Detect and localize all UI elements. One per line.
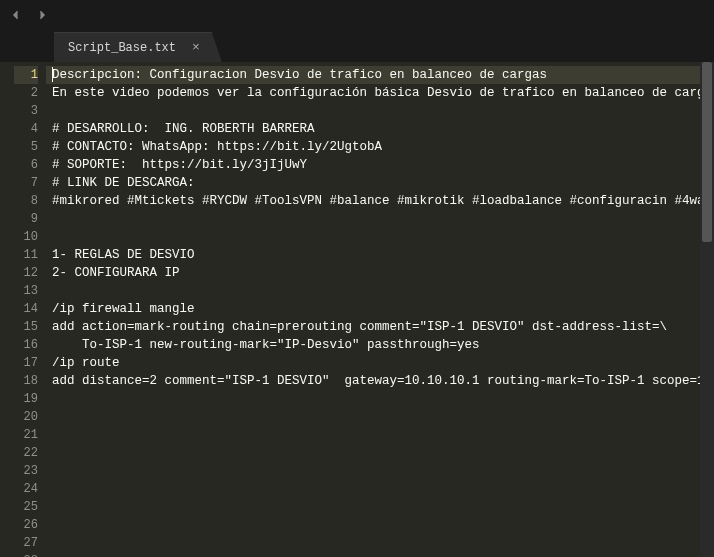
nav-back-button[interactable]	[6, 5, 26, 25]
text-cursor	[52, 67, 53, 82]
line-number: 1	[14, 66, 38, 84]
code-line	[46, 228, 714, 246]
code-line: 2- CONFIGURARA IP	[46, 264, 714, 282]
code-line: add distance=2 comment="ISP-1 DESVIO" ga…	[46, 372, 714, 390]
code-line: /ip firewall mangle	[46, 300, 714, 318]
line-number: 2	[14, 84, 38, 102]
code-line	[46, 282, 714, 300]
code-line: # DESARROLLO: ING. ROBERTH BARRERA	[46, 120, 714, 138]
line-number: 8	[14, 192, 38, 210]
code-line: # SOPORTE: https://bit.ly/3jIjUwY	[46, 156, 714, 174]
line-number: 14	[14, 300, 38, 318]
scrollbar-thumb[interactable]	[702, 62, 712, 242]
line-number: 20	[14, 408, 38, 426]
code-line	[46, 480, 714, 498]
close-icon[interactable]: ×	[192, 40, 200, 55]
line-number: 5	[14, 138, 38, 156]
code-line	[46, 444, 714, 462]
line-number: 13	[14, 282, 38, 300]
code-line: add action=mark-routing chain=prerouting…	[46, 318, 714, 336]
code-line: /ip route	[46, 354, 714, 372]
line-number: 7	[14, 174, 38, 192]
code-line: 1- REGLAS DE DESVIO	[46, 246, 714, 264]
line-number: 26	[14, 516, 38, 534]
code-line: En este video podemos ver la configuraci…	[46, 84, 714, 102]
line-number: 19	[14, 390, 38, 408]
line-number: 3	[14, 102, 38, 120]
chevron-right-icon	[36, 9, 48, 21]
line-number: 24	[14, 480, 38, 498]
code-line: Descripcion: Configuracion Desvio de tra…	[46, 66, 714, 84]
tab-filename: Script_Base.txt	[68, 41, 176, 55]
line-number-gutter: 1234567891011121314151617181920212223242…	[0, 62, 46, 557]
tab-bar: Script_Base.txt ×	[0, 30, 714, 62]
vertical-scrollbar[interactable]	[700, 62, 714, 557]
line-number: 15	[14, 318, 38, 336]
line-number: 9	[14, 210, 38, 228]
nav-forward-button[interactable]	[32, 5, 52, 25]
line-number: 17	[14, 354, 38, 372]
line-number: 11	[14, 246, 38, 264]
code-line	[46, 498, 714, 516]
code-line	[46, 462, 714, 480]
code-line: # LINK DE DESCARGA:	[46, 174, 714, 192]
file-tab[interactable]: Script_Base.txt ×	[54, 32, 222, 62]
line-number: 10	[14, 228, 38, 246]
chevron-left-icon	[10, 9, 22, 21]
line-number: 6	[14, 156, 38, 174]
line-number: 25	[14, 498, 38, 516]
code-line	[46, 390, 714, 408]
line-number: 16	[14, 336, 38, 354]
code-line: # CONTACTO: WhatsApp: https://bit.ly/2Ug…	[46, 138, 714, 156]
code-line	[46, 516, 714, 534]
code-line: #mikrored #Mtickets #RYCDW #ToolsVPN #ba…	[46, 192, 714, 210]
editor: 1234567891011121314151617181920212223242…	[0, 62, 714, 557]
line-number: 12	[14, 264, 38, 282]
line-number: 4	[14, 120, 38, 138]
line-number: 21	[14, 426, 38, 444]
line-number: 28	[14, 552, 38, 557]
line-number: 27	[14, 534, 38, 552]
code-line	[46, 210, 714, 228]
navigation-bar	[0, 0, 714, 30]
code-line	[46, 102, 714, 120]
code-area[interactable]: Descripcion: Configuracion Desvio de tra…	[46, 62, 714, 557]
code-line	[46, 552, 714, 557]
line-number: 18	[14, 372, 38, 390]
code-line: To-ISP-1 new-routing-mark="IP-Desvio" pa…	[46, 336, 714, 354]
code-line	[46, 408, 714, 426]
line-number: 22	[14, 444, 38, 462]
code-line	[46, 534, 714, 552]
code-line	[46, 426, 714, 444]
line-number: 23	[14, 462, 38, 480]
